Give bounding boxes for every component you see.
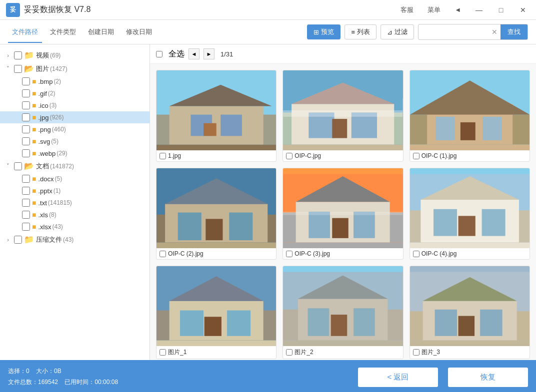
app-logo: 妥 — [6, 3, 20, 17]
page-info: 1/31 — [220, 50, 233, 58]
checkbox-zip[interactable] — [14, 236, 22, 244]
image-label-5: OIP-C (3).jpg — [283, 248, 402, 259]
minimize-btn[interactable]: — — [472, 3, 486, 17]
select-all-checkbox[interactable] — [156, 51, 162, 57]
list-btn[interactable]: ≡ 列表 — [344, 24, 376, 39]
sidebar-item-ico[interactable]: ■ .ico (3) — [0, 99, 150, 111]
label-ico: .ico — [38, 102, 48, 109]
tab-filepath[interactable]: 文件路径 — [8, 25, 42, 38]
checkbox-doc[interactable] — [14, 162, 22, 170]
checkbox-xls[interactable] — [22, 211, 30, 219]
sidebar-item-docx[interactable]: ■ .docx (5) — [0, 173, 150, 185]
image-item-6[interactable]: OIP-C (4).jpg — [410, 168, 530, 260]
image-item-7[interactable]: 图片_1 — [156, 266, 276, 359]
checkbox-svg[interactable] — [22, 137, 30, 145]
maximize-btn[interactable]: □ — [494, 3, 508, 17]
checkbox-gif[interactable] — [22, 89, 30, 97]
statusbar: 选择：0 大小：0B 文件总数：169542 已用时间：00:00:08 < 返… — [0, 360, 536, 392]
file-icon-ico: ■ — [32, 101, 36, 109]
back-btn[interactable]: < 返回 — [358, 368, 438, 387]
image-thumb-4 — [156, 168, 276, 248]
search-clear-btn[interactable]: ✕ — [488, 28, 500, 36]
folder-icon-video: 📁 — [24, 50, 34, 60]
preview-btn[interactable]: ⊞ 预览 — [307, 24, 340, 39]
image-checkbox-1[interactable] — [160, 153, 166, 159]
image-item-3[interactable]: OIP-C (1).jpg — [410, 70, 530, 162]
image-item-5[interactable]: OIP-C (3).jpg — [282, 168, 403, 260]
image-checkbox-3[interactable] — [413, 153, 420, 159]
checkbox-video[interactable] — [14, 51, 22, 59]
filter-icon: ⊿ — [387, 28, 392, 36]
customer-service-btn[interactable]: 客服 — [398, 4, 416, 15]
sidebar-item-png[interactable]: ■ .png (460) — [0, 123, 150, 135]
search-input[interactable] — [418, 26, 488, 38]
count-zip: (43) — [63, 236, 74, 243]
sidebar-item-doc[interactable]: ˅ 📂 文档 (141872) — [0, 159, 150, 173]
label-webp: .webp — [38, 150, 56, 157]
sidebar-item-jpg[interactable]: ■ .jpg (926) — [0, 111, 150, 123]
label-jpg: .jpg — [38, 114, 48, 121]
image-checkbox-9[interactable] — [413, 349, 420, 356]
image-item-4[interactable]: OIP-C (2).jpg — [156, 168, 276, 260]
checkbox-txt[interactable] — [22, 199, 30, 207]
checkbox-webp[interactable] — [22, 149, 30, 157]
svg-rect-64 — [458, 316, 474, 336]
nav-next-btn[interactable]: ► — [204, 48, 214, 59]
sidebar-item-zip[interactable]: › 📁 压缩文件 (43) — [0, 233, 150, 246]
time-value: 00:00:08 — [94, 379, 118, 386]
sidebar-item-xls[interactable]: ■ .xls (8) — [0, 209, 150, 221]
image-item-2[interactable]: OIP-C.jpg — [282, 70, 403, 162]
house-svg-5 — [283, 168, 402, 248]
restore-btn[interactable]: 恢复 — [448, 368, 528, 387]
sidebar-item-pptx[interactable]: ■ .pptx (1) — [0, 185, 150, 197]
checkbox-pptx[interactable] — [22, 187, 30, 195]
sidebar-item-svg[interactable]: ■ .svg (5) — [0, 135, 150, 147]
image-checkbox-5[interactable] — [286, 251, 292, 257]
tab-createdate[interactable]: 创建日期 — [84, 25, 118, 38]
image-checkbox-7[interactable] — [160, 349, 166, 356]
svg-rect-26 — [178, 213, 202, 241]
image-item-9[interactable]: 图片_3 — [410, 266, 530, 359]
checkbox-png[interactable] — [22, 125, 30, 133]
svg-rect-43 — [458, 216, 475, 236]
image-checkbox-4[interactable] — [160, 251, 166, 257]
checkbox-docx[interactable] — [22, 175, 30, 183]
image-item-1[interactable]: 1.jpg — [156, 70, 276, 162]
image-label-4: OIP-C (2).jpg — [156, 248, 276, 259]
count-video: (69) — [50, 52, 60, 59]
menu-triangle: ◄ — [452, 5, 464, 14]
search-find-btn[interactable]: 查找 — [500, 24, 528, 39]
sidebar-item-video[interactable]: › 📁 视频 (69) — [0, 48, 150, 62]
image-item-8[interactable]: 图片_2 — [282, 266, 403, 359]
image-checkbox-6[interactable] — [413, 251, 420, 257]
checkbox-jpg[interactable] — [22, 113, 30, 121]
titlebar-left: 妥 妥妥数据恢复 V7.8 — [6, 3, 90, 17]
close-btn[interactable]: ✕ — [516, 3, 530, 17]
image-checkbox-2[interactable] — [286, 153, 292, 159]
sidebar-item-picture[interactable]: ˅ 📂 图片 (1427) — [0, 62, 150, 75]
sidebar-item-txt[interactable]: ■ .txt (141815) — [0, 197, 150, 209]
checkbox-xlsx[interactable] — [22, 223, 30, 231]
select-count: 0 — [26, 368, 30, 375]
sidebar-item-webp[interactable]: ■ .webp (29) — [0, 147, 150, 159]
select-label: 选择： — [8, 368, 26, 375]
sidebar-item-gif[interactable]: ■ .gif (2) — [0, 87, 150, 99]
sidebar-item-xlsx[interactable]: ■ .xlsx (43) — [0, 221, 150, 233]
house-svg-3 — [410, 70, 530, 150]
file-icon-bmp: ■ — [32, 77, 36, 85]
nav-prev-btn[interactable]: ◄ — [188, 48, 200, 59]
tab-filetype[interactable]: 文件类型 — [46, 25, 80, 38]
svg-rect-42 — [482, 209, 505, 236]
label-bmp: .bmp — [38, 78, 52, 85]
menu-btn[interactable]: 菜单 — [424, 4, 444, 15]
checkbox-ico[interactable] — [22, 101, 30, 109]
checkbox-bmp[interactable] — [22, 77, 30, 85]
tab-modifydate[interactable]: 修改日期 — [122, 25, 156, 38]
svg-rect-27 — [229, 213, 252, 241]
filter-btn[interactable]: ⊿ 过滤 — [380, 24, 414, 39]
checkbox-picture[interactable] — [14, 65, 22, 73]
image-checkbox-8[interactable] — [286, 349, 292, 356]
count-webp: (29) — [56, 150, 67, 157]
sidebar-item-bmp[interactable]: ■ .bmp (2) — [0, 75, 150, 87]
count-jpg: (926) — [50, 114, 64, 121]
